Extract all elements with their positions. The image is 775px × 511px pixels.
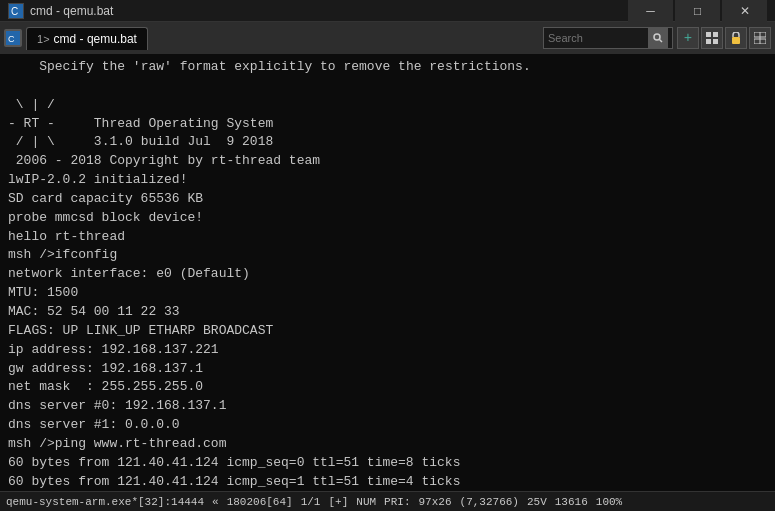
terminal-output[interactable]: Specify the 'raw' format explicitly to r… bbox=[0, 54, 775, 491]
status-coords: 97x26 bbox=[419, 496, 452, 508]
svg-point-4 bbox=[654, 34, 660, 40]
status-pos2: (7,32766) bbox=[460, 496, 519, 508]
svg-rect-9 bbox=[713, 39, 718, 44]
tab-bar: C 1> cmd - qemu.bat + bbox=[0, 22, 775, 54]
status-process: qemu-system-arm.exe*[32]:14444 bbox=[6, 496, 204, 508]
add-button[interactable]: + bbox=[677, 27, 699, 49]
title-bar: C cmd - qemu.bat ─ □ ✕ bbox=[0, 0, 775, 22]
layout-icon bbox=[706, 32, 718, 44]
status-fraction: 1/1 bbox=[301, 496, 321, 508]
lock-button[interactable] bbox=[725, 27, 747, 49]
svg-text:C: C bbox=[8, 34, 15, 44]
minimize-button[interactable]: ─ bbox=[628, 0, 673, 22]
status-insert: [+] bbox=[328, 496, 348, 508]
status-separator1: « bbox=[212, 496, 219, 508]
status-num: NUM bbox=[356, 496, 376, 508]
close-button[interactable]: ✕ bbox=[722, 0, 767, 22]
tab-cmd[interactable]: 1> cmd - qemu.bat bbox=[26, 27, 148, 50]
status-voltage: 25V bbox=[527, 496, 547, 508]
toolbar-buttons: + bbox=[677, 27, 771, 49]
maximize-button[interactable]: □ bbox=[675, 0, 720, 22]
tab-label: cmd - qemu.bat bbox=[54, 32, 137, 46]
tab-number: 1> bbox=[37, 33, 50, 45]
svg-text:C: C bbox=[11, 6, 18, 17]
window-title: cmd - qemu.bat bbox=[30, 4, 113, 18]
svg-rect-6 bbox=[706, 32, 711, 37]
search-button[interactable] bbox=[648, 28, 668, 48]
status-size: 13616 bbox=[555, 496, 588, 508]
svg-rect-7 bbox=[713, 32, 718, 37]
status-position: 180206[64] bbox=[227, 496, 293, 508]
status-zoom: 100% bbox=[596, 496, 622, 508]
grid-button[interactable] bbox=[749, 27, 771, 49]
app-icon: C bbox=[8, 3, 24, 19]
svg-rect-10 bbox=[732, 37, 740, 44]
search-box bbox=[543, 27, 673, 49]
svg-rect-8 bbox=[706, 39, 711, 44]
search-icon bbox=[653, 33, 663, 43]
svg-line-5 bbox=[660, 40, 663, 43]
status-pri: PRI: bbox=[384, 496, 410, 508]
search-input[interactable] bbox=[548, 32, 648, 44]
grid-icon bbox=[754, 32, 766, 44]
status-bar: qemu-system-arm.exe*[32]:14444 « 180206[… bbox=[0, 491, 775, 511]
lock-icon bbox=[731, 32, 741, 44]
search-area: + bbox=[543, 27, 771, 49]
layout-button[interactable] bbox=[701, 27, 723, 49]
terminal-text: Specify the 'raw' format explicitly to r… bbox=[8, 58, 767, 491]
window-controls: ─ □ ✕ bbox=[628, 0, 767, 22]
tab-icon: C bbox=[4, 29, 22, 47]
